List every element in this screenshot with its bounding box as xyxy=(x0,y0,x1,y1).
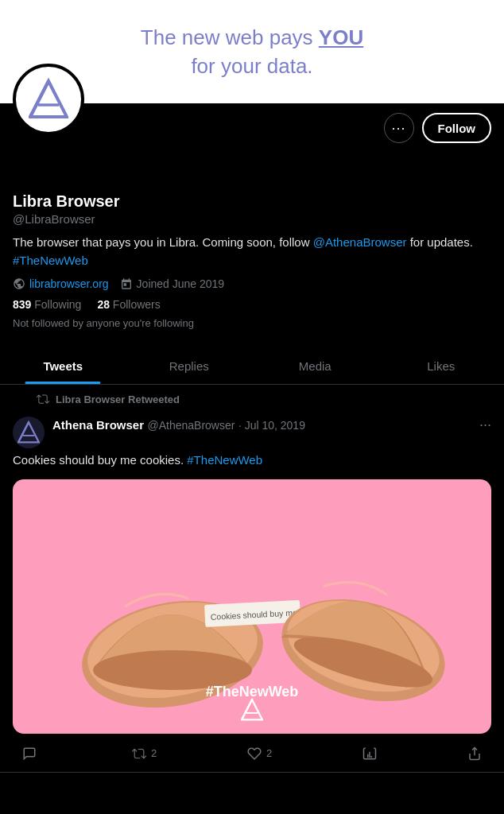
followers-count: 28 xyxy=(97,298,110,311)
bio-text: The browser that pays you in Libra. Comi… xyxy=(13,235,313,249)
followers-label: Followers xyxy=(113,298,161,311)
tweet-section: Libra Browser Retweeted Athena Browser @… xyxy=(0,385,504,773)
username: @LibraBrowser xyxy=(13,212,491,226)
website-link[interactable]: librabrowser.org xyxy=(29,277,109,290)
tweet-author-avatar[interactable] xyxy=(13,417,45,448)
retweet-label-text: Libra Browser Retweeted xyxy=(56,393,180,405)
tweet-body: Cookies should buy me cookies. #TheNewWe… xyxy=(13,452,491,470)
following-count: 839 xyxy=(13,298,31,311)
tweet-date: · Jul 10, 2019 xyxy=(238,419,305,432)
banner-text: The new web pays YOU for your data. xyxy=(141,23,363,81)
banner-line2: for your data. xyxy=(191,54,312,78)
meta-row: librabrowser.org Joined June 2019 xyxy=(13,277,491,290)
following-stat[interactable]: 839 Following xyxy=(13,298,81,311)
website-meta: librabrowser.org xyxy=(13,277,109,290)
like-count: 2 xyxy=(266,747,272,759)
svg-marker-14 xyxy=(242,700,262,719)
retweet-count: 2 xyxy=(151,747,157,759)
display-name: Libra Browser xyxy=(13,192,491,211)
followers-stat[interactable]: 28 Followers xyxy=(97,298,160,311)
profile-info: Libra Browser @LibraBrowser The browser … xyxy=(0,153,504,339)
tweet-header: Athena Browser @AthenaBrowser · Jul 10, … xyxy=(13,417,491,448)
more-button[interactable]: ··· xyxy=(384,113,414,143)
following-label: Following xyxy=(34,298,81,311)
svg-line-1 xyxy=(30,81,48,117)
tweet-hashtag[interactable]: #TheNewWeb xyxy=(187,453,262,467)
views-icon xyxy=(362,746,377,761)
svg-line-15 xyxy=(242,700,252,719)
like-icon xyxy=(247,746,262,761)
svg-marker-3 xyxy=(18,422,39,442)
follow-button[interactable]: Follow xyxy=(422,113,492,143)
tweet-text: Cookies should buy me cookies. xyxy=(13,453,187,467)
tab-media[interactable]: Media xyxy=(252,348,378,384)
share-button[interactable] xyxy=(461,743,488,764)
svg-line-4 xyxy=(18,422,29,442)
reply-button[interactable] xyxy=(16,743,48,764)
joined-meta: Joined June 2019 xyxy=(120,277,225,290)
profile-area: ··· Follow Libra Browser @LibraBrowser T… xyxy=(0,103,504,385)
bio-end: for updates. xyxy=(406,235,472,249)
svg-marker-0 xyxy=(30,81,67,117)
share-icon xyxy=(467,746,482,761)
tab-tweets[interactable]: Tweets xyxy=(0,348,126,384)
not-followed-text: Not followed by anyone you're following xyxy=(13,317,491,329)
tab-replies[interactable]: Replies xyxy=(126,348,253,384)
tweet-name-row: Athena Browser @AthenaBrowser · Jul 10, … xyxy=(52,417,491,433)
views-button[interactable] xyxy=(356,743,383,764)
image-logo-overlay xyxy=(241,697,263,726)
tabs: Tweets Replies Media Likes xyxy=(0,348,504,385)
retweet-button[interactable]: 2 xyxy=(126,743,163,764)
tweet-actions: 2 2 xyxy=(13,743,491,764)
tweet-meta: Athena Browser @AthenaBrowser · Jul 10, … xyxy=(52,417,491,433)
tweet-name-group: Athena Browser @AthenaBrowser · Jul 10, … xyxy=(52,418,305,432)
tab-likes[interactable]: Likes xyxy=(378,348,505,384)
tweet-author-handle: @AthenaBrowser xyxy=(147,419,235,432)
bio-mention[interactable]: @AthenaBrowser xyxy=(313,235,407,249)
banner-line1: The new web pays YOU xyxy=(141,25,363,49)
avatar-inner xyxy=(17,68,79,130)
bio: The browser that pays you in Libra. Comi… xyxy=(13,234,491,269)
bio-hashtag[interactable]: #TheNewWeb xyxy=(13,254,88,267)
tweet-author-name[interactable]: Athena Browser xyxy=(52,418,144,432)
reply-icon xyxy=(22,746,37,761)
avatar xyxy=(13,64,84,135)
stats-row: 839 Following 28 Followers xyxy=(13,298,491,311)
tweet-more-button[interactable]: ··· xyxy=(479,417,491,433)
like-button[interactable]: 2 xyxy=(241,743,278,764)
joined-text: Joined June 2019 xyxy=(137,277,225,290)
tweet-image[interactable]: Cookies should buy me cookies #TheNewWeb xyxy=(13,479,491,734)
retweet-label: Libra Browser Retweeted xyxy=(0,385,504,409)
retweet-icon xyxy=(132,746,146,761)
tweet-item: Athena Browser @AthenaBrowser · Jul 10, … xyxy=(0,409,504,773)
